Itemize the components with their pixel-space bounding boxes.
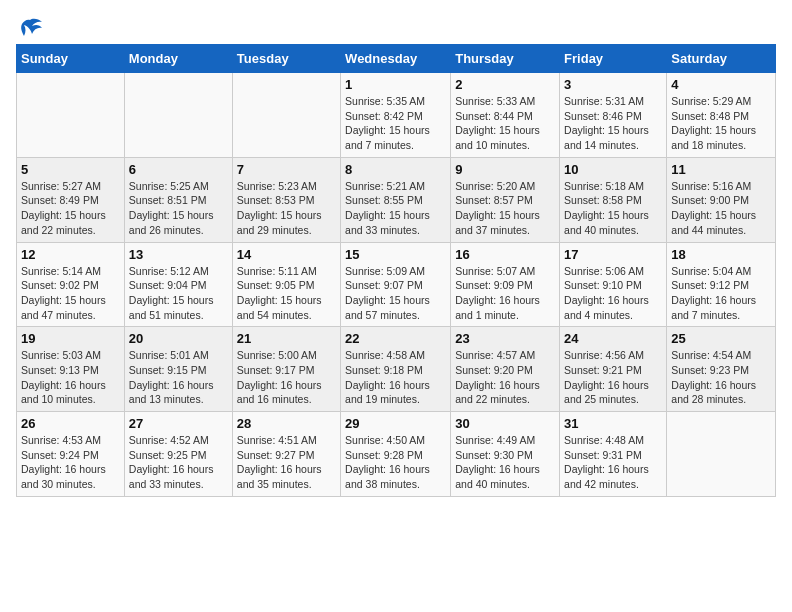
calendar-cell: 30Sunrise: 4:49 AMSunset: 9:30 PMDayligh… [451, 412, 560, 497]
day-info: Sunrise: 5:29 AMSunset: 8:48 PMDaylight:… [671, 94, 771, 153]
day-info: Sunrise: 4:57 AMSunset: 9:20 PMDaylight:… [455, 348, 555, 407]
day-info: Sunrise: 5:35 AMSunset: 8:42 PMDaylight:… [345, 94, 446, 153]
calendar-cell: 16Sunrise: 5:07 AMSunset: 9:09 PMDayligh… [451, 242, 560, 327]
day-header-wednesday: Wednesday [341, 45, 451, 73]
calendar-table: SundayMondayTuesdayWednesdayThursdayFrid… [16, 44, 776, 497]
day-number: 16 [455, 247, 555, 262]
day-info: Sunrise: 5:20 AMSunset: 8:57 PMDaylight:… [455, 179, 555, 238]
day-info: Sunrise: 5:09 AMSunset: 9:07 PMDaylight:… [345, 264, 446, 323]
logo [16, 16, 48, 40]
calendar-cell: 26Sunrise: 4:53 AMSunset: 9:24 PMDayligh… [17, 412, 125, 497]
day-info: Sunrise: 5:25 AMSunset: 8:51 PMDaylight:… [129, 179, 228, 238]
week-row-5: 26Sunrise: 4:53 AMSunset: 9:24 PMDayligh… [17, 412, 776, 497]
day-info: Sunrise: 5:27 AMSunset: 8:49 PMDaylight:… [21, 179, 120, 238]
day-info: Sunrise: 5:12 AMSunset: 9:04 PMDaylight:… [129, 264, 228, 323]
calendar-cell: 21Sunrise: 5:00 AMSunset: 9:17 PMDayligh… [232, 327, 340, 412]
logo-icon [16, 16, 44, 40]
page-header [16, 16, 776, 40]
day-header-monday: Monday [124, 45, 232, 73]
calendar-cell: 27Sunrise: 4:52 AMSunset: 9:25 PMDayligh… [124, 412, 232, 497]
day-info: Sunrise: 5:33 AMSunset: 8:44 PMDaylight:… [455, 94, 555, 153]
day-number: 21 [237, 331, 336, 346]
day-number: 15 [345, 247, 446, 262]
calendar-cell: 19Sunrise: 5:03 AMSunset: 9:13 PMDayligh… [17, 327, 125, 412]
day-number: 14 [237, 247, 336, 262]
calendar-cell: 18Sunrise: 5:04 AMSunset: 9:12 PMDayligh… [667, 242, 776, 327]
calendar-cell: 31Sunrise: 4:48 AMSunset: 9:31 PMDayligh… [560, 412, 667, 497]
day-number: 30 [455, 416, 555, 431]
week-row-4: 19Sunrise: 5:03 AMSunset: 9:13 PMDayligh… [17, 327, 776, 412]
calendar-cell: 17Sunrise: 5:06 AMSunset: 9:10 PMDayligh… [560, 242, 667, 327]
day-info: Sunrise: 5:07 AMSunset: 9:09 PMDaylight:… [455, 264, 555, 323]
day-number: 13 [129, 247, 228, 262]
day-info: Sunrise: 5:06 AMSunset: 9:10 PMDaylight:… [564, 264, 662, 323]
calendar-cell: 10Sunrise: 5:18 AMSunset: 8:58 PMDayligh… [560, 157, 667, 242]
calendar-cell: 13Sunrise: 5:12 AMSunset: 9:04 PMDayligh… [124, 242, 232, 327]
calendar-cell: 23Sunrise: 4:57 AMSunset: 9:20 PMDayligh… [451, 327, 560, 412]
day-info: Sunrise: 4:52 AMSunset: 9:25 PMDaylight:… [129, 433, 228, 492]
calendar-cell: 20Sunrise: 5:01 AMSunset: 9:15 PMDayligh… [124, 327, 232, 412]
day-info: Sunrise: 5:14 AMSunset: 9:02 PMDaylight:… [21, 264, 120, 323]
day-number: 12 [21, 247, 120, 262]
day-info: Sunrise: 5:16 AMSunset: 9:00 PMDaylight:… [671, 179, 771, 238]
calendar-cell: 25Sunrise: 4:54 AMSunset: 9:23 PMDayligh… [667, 327, 776, 412]
day-info: Sunrise: 5:04 AMSunset: 9:12 PMDaylight:… [671, 264, 771, 323]
day-number: 17 [564, 247, 662, 262]
day-number: 19 [21, 331, 120, 346]
day-info: Sunrise: 5:00 AMSunset: 9:17 PMDaylight:… [237, 348, 336, 407]
day-info: Sunrise: 5:21 AMSunset: 8:55 PMDaylight:… [345, 179, 446, 238]
day-number: 6 [129, 162, 228, 177]
day-number: 28 [237, 416, 336, 431]
day-header-tuesday: Tuesday [232, 45, 340, 73]
day-number: 24 [564, 331, 662, 346]
day-number: 25 [671, 331, 771, 346]
week-row-3: 12Sunrise: 5:14 AMSunset: 9:02 PMDayligh… [17, 242, 776, 327]
day-number: 10 [564, 162, 662, 177]
calendar-cell: 12Sunrise: 5:14 AMSunset: 9:02 PMDayligh… [17, 242, 125, 327]
day-number: 27 [129, 416, 228, 431]
day-number: 23 [455, 331, 555, 346]
day-info: Sunrise: 5:23 AMSunset: 8:53 PMDaylight:… [237, 179, 336, 238]
calendar-cell: 6Sunrise: 5:25 AMSunset: 8:51 PMDaylight… [124, 157, 232, 242]
calendar-cell [124, 73, 232, 158]
calendar-cell: 15Sunrise: 5:09 AMSunset: 9:07 PMDayligh… [341, 242, 451, 327]
day-header-friday: Friday [560, 45, 667, 73]
day-number: 20 [129, 331, 228, 346]
day-number: 26 [21, 416, 120, 431]
day-number: 7 [237, 162, 336, 177]
calendar-cell: 9Sunrise: 5:20 AMSunset: 8:57 PMDaylight… [451, 157, 560, 242]
calendar-cell: 22Sunrise: 4:58 AMSunset: 9:18 PMDayligh… [341, 327, 451, 412]
calendar-cell: 24Sunrise: 4:56 AMSunset: 9:21 PMDayligh… [560, 327, 667, 412]
day-info: Sunrise: 5:01 AMSunset: 9:15 PMDaylight:… [129, 348, 228, 407]
calendar-cell: 7Sunrise: 5:23 AMSunset: 8:53 PMDaylight… [232, 157, 340, 242]
calendar-cell: 1Sunrise: 5:35 AMSunset: 8:42 PMDaylight… [341, 73, 451, 158]
day-header-thursday: Thursday [451, 45, 560, 73]
day-number: 22 [345, 331, 446, 346]
calendar-cell: 11Sunrise: 5:16 AMSunset: 9:00 PMDayligh… [667, 157, 776, 242]
day-number: 11 [671, 162, 771, 177]
day-info: Sunrise: 4:50 AMSunset: 9:28 PMDaylight:… [345, 433, 446, 492]
calendar-cell: 2Sunrise: 5:33 AMSunset: 8:44 PMDaylight… [451, 73, 560, 158]
day-info: Sunrise: 5:31 AMSunset: 8:46 PMDaylight:… [564, 94, 662, 153]
day-number: 4 [671, 77, 771, 92]
day-info: Sunrise: 4:49 AMSunset: 9:30 PMDaylight:… [455, 433, 555, 492]
day-number: 8 [345, 162, 446, 177]
calendar-cell: 28Sunrise: 4:51 AMSunset: 9:27 PMDayligh… [232, 412, 340, 497]
days-header-row: SundayMondayTuesdayWednesdayThursdayFrid… [17, 45, 776, 73]
calendar-cell: 4Sunrise: 5:29 AMSunset: 8:48 PMDaylight… [667, 73, 776, 158]
day-info: Sunrise: 5:11 AMSunset: 9:05 PMDaylight:… [237, 264, 336, 323]
day-number: 31 [564, 416, 662, 431]
calendar-cell: 3Sunrise: 5:31 AMSunset: 8:46 PMDaylight… [560, 73, 667, 158]
day-info: Sunrise: 4:51 AMSunset: 9:27 PMDaylight:… [237, 433, 336, 492]
day-number: 1 [345, 77, 446, 92]
day-info: Sunrise: 4:58 AMSunset: 9:18 PMDaylight:… [345, 348, 446, 407]
week-row-1: 1Sunrise: 5:35 AMSunset: 8:42 PMDaylight… [17, 73, 776, 158]
calendar-cell [232, 73, 340, 158]
day-number: 18 [671, 247, 771, 262]
day-info: Sunrise: 4:48 AMSunset: 9:31 PMDaylight:… [564, 433, 662, 492]
day-number: 2 [455, 77, 555, 92]
week-row-2: 5Sunrise: 5:27 AMSunset: 8:49 PMDaylight… [17, 157, 776, 242]
day-info: Sunrise: 4:53 AMSunset: 9:24 PMDaylight:… [21, 433, 120, 492]
day-info: Sunrise: 4:56 AMSunset: 9:21 PMDaylight:… [564, 348, 662, 407]
day-number: 5 [21, 162, 120, 177]
